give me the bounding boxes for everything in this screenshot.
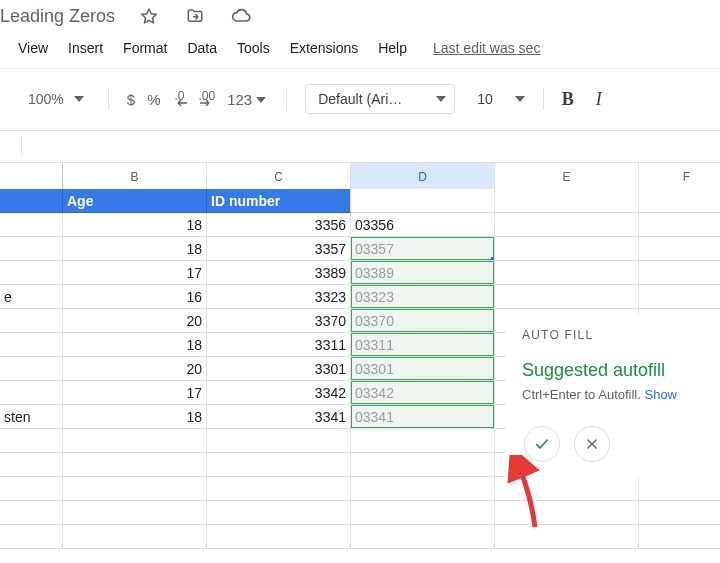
cell[interactable] bbox=[0, 189, 63, 213]
cell[interactable] bbox=[0, 333, 63, 357]
zoom-dropdown[interactable]: 100% bbox=[28, 91, 84, 107]
cell[interactable] bbox=[0, 213, 63, 237]
cell[interactable] bbox=[495, 189, 639, 213]
cell[interactable] bbox=[639, 213, 720, 237]
cell[interactable] bbox=[495, 213, 639, 237]
cell[interactable]: 18 bbox=[63, 237, 207, 261]
document-title[interactable]: Leading Zeros bbox=[0, 6, 115, 27]
cell[interactable] bbox=[495, 501, 639, 525]
font-size-dropdown[interactable] bbox=[515, 91, 525, 107]
autofill-suggestion-cell[interactable]: 03342 bbox=[351, 381, 495, 405]
cell[interactable]: sten bbox=[0, 405, 63, 429]
cell[interactable]: 3370 bbox=[207, 309, 351, 333]
cell[interactable]: 17 bbox=[63, 261, 207, 285]
cell[interactable] bbox=[63, 501, 207, 525]
cell[interactable]: e bbox=[0, 285, 63, 309]
cell[interactable] bbox=[0, 381, 63, 405]
cell[interactable]: 20 bbox=[63, 357, 207, 381]
menu-insert[interactable]: Insert bbox=[68, 40, 103, 56]
column-header-B[interactable]: B bbox=[63, 163, 207, 190]
cell[interactable]: 3341 bbox=[207, 405, 351, 429]
cell[interactable] bbox=[351, 501, 495, 525]
cell-header-age[interactable]: Age bbox=[63, 189, 207, 213]
star-icon[interactable] bbox=[137, 4, 161, 28]
cell[interactable] bbox=[351, 453, 495, 477]
autofill-suggestion-cell[interactable]: 03323 bbox=[351, 285, 495, 309]
menu-data[interactable]: Data bbox=[187, 40, 217, 56]
increase-decimal-button[interactable]: .00 bbox=[199, 92, 216, 106]
cell[interactable] bbox=[639, 189, 720, 213]
decrease-decimal-button[interactable]: .0 bbox=[173, 92, 187, 106]
menu-view[interactable]: View bbox=[18, 40, 48, 56]
cell[interactable] bbox=[63, 477, 207, 501]
selection-handle[interactable] bbox=[491, 257, 495, 261]
cell[interactable] bbox=[207, 429, 351, 453]
column-header-F[interactable]: F bbox=[639, 163, 720, 190]
autofill-reject-button[interactable] bbox=[574, 426, 610, 462]
cell[interactable] bbox=[0, 357, 63, 381]
cell[interactable]: 3389 bbox=[207, 261, 351, 285]
cell[interactable]: 3311 bbox=[207, 333, 351, 357]
cell[interactable] bbox=[0, 453, 63, 477]
cell[interactable]: 3301 bbox=[207, 357, 351, 381]
cell[interactable] bbox=[351, 525, 495, 549]
selected-cell[interactable]: 03357 bbox=[351, 237, 495, 261]
font-size-input[interactable]: 10 bbox=[477, 91, 493, 107]
italic-button[interactable]: I bbox=[596, 89, 602, 110]
cell[interactable]: 18 bbox=[63, 333, 207, 357]
cell[interactable]: 20 bbox=[63, 309, 207, 333]
cell[interactable] bbox=[0, 309, 63, 333]
cell[interactable] bbox=[207, 525, 351, 549]
cell[interactable]: 18 bbox=[63, 405, 207, 429]
column-header-stub[interactable] bbox=[0, 163, 63, 190]
last-edit-link[interactable]: Last edit was sec bbox=[433, 40, 540, 56]
cell[interactable] bbox=[0, 429, 63, 453]
menu-format[interactable]: Format bbox=[123, 40, 167, 56]
cell[interactable] bbox=[207, 453, 351, 477]
cell[interactable]: 3323 bbox=[207, 285, 351, 309]
autofill-suggestion-cell[interactable]: 03301 bbox=[351, 357, 495, 381]
autofill-suggestion-cell[interactable]: 03370 bbox=[351, 309, 495, 333]
cell[interactable] bbox=[639, 525, 720, 549]
cell[interactable] bbox=[495, 261, 639, 285]
formula-bar[interactable] bbox=[0, 131, 720, 161]
format-percent-button[interactable]: % bbox=[147, 92, 160, 107]
cell[interactable] bbox=[207, 501, 351, 525]
cell[interactable] bbox=[63, 453, 207, 477]
cell[interactable]: 17 bbox=[63, 381, 207, 405]
cell[interactable]: 3342 bbox=[207, 381, 351, 405]
cell-header-id[interactable]: ID number bbox=[207, 189, 351, 213]
cell[interactable] bbox=[639, 237, 720, 261]
cloud-status-icon[interactable] bbox=[229, 4, 253, 28]
cell[interactable] bbox=[639, 501, 720, 525]
cell[interactable] bbox=[351, 429, 495, 453]
cell[interactable] bbox=[0, 501, 63, 525]
cell[interactable] bbox=[351, 477, 495, 501]
column-header-C[interactable]: C bbox=[207, 163, 351, 190]
cell[interactable]: 18 bbox=[63, 213, 207, 237]
cell[interactable] bbox=[0, 237, 63, 261]
move-folder-icon[interactable] bbox=[183, 4, 207, 28]
column-header-D[interactable]: D bbox=[351, 163, 495, 190]
autofill-suggestion-cell[interactable]: 03389 bbox=[351, 261, 495, 285]
cell[interactable] bbox=[351, 189, 495, 213]
cell[interactable] bbox=[495, 285, 639, 309]
cell[interactable] bbox=[495, 525, 639, 549]
cell[interactable] bbox=[639, 285, 720, 309]
cell[interactable] bbox=[639, 261, 720, 285]
autofill-show-link[interactable]: Show bbox=[644, 387, 677, 402]
menu-help[interactable]: Help bbox=[378, 40, 407, 56]
cell[interactable] bbox=[63, 525, 207, 549]
more-formats-dropdown[interactable]: 123 bbox=[227, 92, 266, 107]
cell[interactable]: 3357 bbox=[207, 237, 351, 261]
column-header-E[interactable]: E bbox=[495, 163, 639, 190]
cell[interactable] bbox=[495, 237, 639, 261]
cell[interactable] bbox=[0, 261, 63, 285]
menu-extensions[interactable]: Extensions bbox=[290, 40, 358, 56]
cell[interactable] bbox=[639, 477, 720, 501]
cell[interactable] bbox=[0, 477, 63, 501]
cell[interactable] bbox=[207, 477, 351, 501]
autofill-suggestion-cell[interactable]: 03341 bbox=[351, 405, 495, 429]
cell[interactable]: 3356 bbox=[207, 213, 351, 237]
autofill-accept-button[interactable] bbox=[524, 426, 560, 462]
